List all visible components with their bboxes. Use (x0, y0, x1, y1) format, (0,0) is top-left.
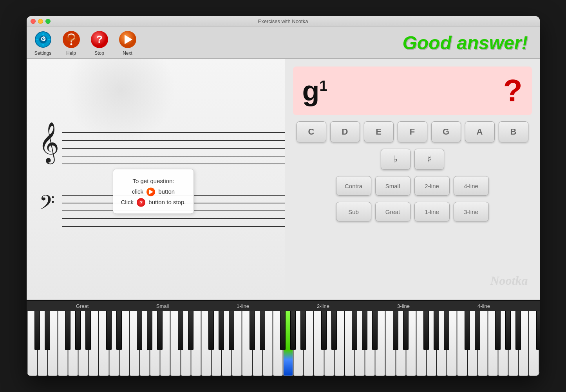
piano-label-small: Small (123, 303, 203, 309)
main-window: Exercises with Nootka ⚙ Settings (27, 16, 540, 376)
piano-black-key[interactable] (106, 311, 112, 350)
octave-button-2line[interactable]: 2-line (414, 176, 450, 196)
stop-label: Stop (94, 50, 104, 56)
piano-black-key[interactable] (137, 311, 142, 350)
piano-black-key[interactable] (515, 311, 521, 350)
octave-button-contra[interactable]: Contra (336, 176, 371, 196)
toolbar: ⚙ Settings Help (27, 27, 540, 59)
settings-icon: ⚙ (33, 29, 53, 50)
close-button[interactable] (31, 19, 36, 24)
piano-black-key[interactable] (352, 311, 357, 350)
piano-black-key[interactable] (250, 311, 255, 350)
minimize-button[interactable] (38, 19, 43, 24)
octave-row-1: ContraSmall2-line4-line (293, 176, 532, 196)
piano-black-key[interactable] (85, 311, 91, 350)
piano-label-3-line: 3-line (363, 303, 444, 309)
accidental-button-flat[interactable]: ♭ (381, 149, 410, 170)
stop-toolbar-item[interactable]: ? Stop (89, 29, 110, 56)
piano-black-key[interactable] (178, 311, 183, 350)
svg-text:⚙: ⚙ (40, 36, 46, 42)
stop-icon: ? (89, 29, 110, 50)
piano-section: GreatSmall1-line2-line3-line4-line g1 (27, 300, 540, 376)
staff-line-4 (62, 164, 285, 164)
piano-black-key[interactable] (362, 311, 367, 350)
next-toolbar-item[interactable]: Next (118, 29, 138, 56)
piano-black-key[interactable] (495, 311, 501, 350)
note-buttons-row: CDEFGAB (293, 121, 532, 142)
svg-text:?: ? (96, 33, 103, 45)
note-button-B[interactable]: B (499, 121, 528, 142)
tooltip-line1: To get question: (121, 175, 186, 186)
piano-black-key[interactable] (505, 311, 511, 350)
instruction-tooltip: To get question: click button Click butt… (113, 169, 194, 214)
piano-black-key[interactable] (45, 311, 50, 350)
bass-staff-line-4 (62, 226, 285, 227)
tooltip-line2: click button (121, 186, 186, 196)
piano-black-key[interactable] (475, 311, 480, 350)
octave-button-sub[interactable]: Sub (336, 202, 371, 221)
piano-black-key[interactable] (465, 311, 470, 350)
accidental-button-sharp[interactable]: ♯ (414, 149, 444, 170)
help-icon (61, 29, 81, 50)
piano-label-4-line: 4-line (444, 303, 524, 309)
question-mark: ? (503, 73, 523, 109)
piano-black-key[interactable] (444, 311, 449, 350)
staff-line-2 (62, 148, 285, 149)
octave-button-1line[interactable]: 1-line (414, 202, 450, 221)
piano-keyboard[interactable]: g1 (27, 311, 540, 376)
piano-black-key[interactable] (34, 311, 40, 350)
maximize-button[interactable] (45, 19, 51, 24)
piano-black-key[interactable] (188, 311, 193, 350)
good-answer-text: Good answer! (402, 32, 528, 54)
answer-display-area: g1 ? (293, 67, 532, 115)
next-label: Next (123, 50, 132, 56)
piano-black-key[interactable] (280, 311, 286, 350)
piano-black-key[interactable] (229, 311, 234, 350)
piano-label-great: Great (42, 303, 123, 309)
piano-black-key[interactable] (372, 311, 378, 350)
traffic-lights (31, 19, 51, 24)
piano-black-key[interactable] (75, 311, 81, 350)
piano-black-key[interactable] (331, 311, 337, 350)
piano-black-key[interactable] (208, 311, 214, 350)
piano-black-key[interactable] (536, 311, 540, 350)
octave-button-3line[interactable]: 3-line (454, 202, 489, 221)
piano-black-key[interactable] (147, 311, 152, 350)
piano-black-key[interactable] (157, 311, 163, 350)
piano-labels-row: GreatSmall1-line2-line3-line4-line (27, 301, 540, 311)
accidental-buttons-row: ♭♯ (293, 149, 532, 170)
piano-black-key[interactable] (65, 311, 71, 350)
octave-button-small[interactable]: Small (375, 176, 410, 196)
note-display: g1 (302, 77, 327, 105)
piano-label-2-line: 2-line (283, 303, 363, 309)
piano-black-key[interactable] (393, 311, 398, 350)
staff-panel: 𝄞 𝄢 (27, 59, 285, 300)
octave-button-great[interactable]: Great (375, 202, 410, 221)
main-content: 𝄞 𝄢 (27, 59, 540, 300)
piano-black-key[interactable] (290, 311, 296, 350)
octave-row-2: SubGreat1-line3-line (293, 202, 532, 221)
note-button-C[interactable]: C (297, 121, 326, 142)
note-button-E[interactable]: E (364, 121, 394, 142)
piano-black-key[interactable] (321, 311, 327, 350)
piano-black-key[interactable] (403, 311, 409, 350)
piano-black-key[interactable] (116, 311, 122, 350)
note-button-D[interactable]: D (330, 121, 360, 142)
piano-black-key[interactable] (219, 311, 224, 350)
octave-button-4line[interactable]: 4-line (454, 176, 489, 196)
piano-label-1-line: 1-line (203, 303, 283, 309)
settings-toolbar-item[interactable]: ⚙ Settings (33, 29, 53, 56)
help-label: Help (66, 50, 76, 56)
piano-black-key[interactable] (434, 311, 439, 350)
window-title: Exercises with Nootka (258, 18, 308, 24)
staff-line-1 (62, 140, 285, 141)
piano-black-key[interactable] (300, 311, 306, 350)
help-toolbar-item[interactable]: Help (61, 29, 81, 56)
note-button-F[interactable]: F (398, 121, 427, 142)
treble-clef-symbol: 𝄞 (38, 124, 59, 160)
piano-black-key[interactable] (423, 311, 429, 350)
note-button-A[interactable]: A (465, 121, 495, 142)
nootka-watermark: Nootka (490, 273, 528, 288)
note-button-G[interactable]: G (431, 121, 461, 142)
piano-black-key[interactable] (260, 311, 265, 350)
